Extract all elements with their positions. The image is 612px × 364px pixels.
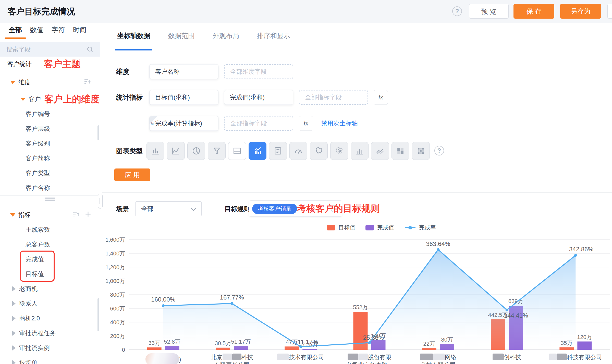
chart-type-pie-icon[interactable]: [187, 142, 205, 160]
sidebar-item-客户类型[interactable]: 客户类型: [0, 166, 100, 180]
chart-type-gauge-icon[interactable]: [289, 142, 307, 160]
config-tab-数据范围[interactable]: 数据范围: [167, 23, 196, 50]
caret-down-icon[interactable]: [10, 213, 15, 217]
sidebar-item-客户统计[interactable]: 客户统计客户主题: [0, 57, 100, 71]
scene-select[interactable]: 全部: [135, 201, 202, 216]
bar-value-label: 30.5万: [215, 340, 231, 346]
chart-type-bubble-map-icon[interactable]: [330, 142, 348, 160]
sidebar-item-老商机[interactable]: 老商机: [0, 281, 100, 296]
sidebar-item-目标值[interactable]: 目标值: [0, 267, 100, 281]
chart-type-table-icon[interactable]: [228, 142, 246, 160]
caret-right-icon[interactable]: [12, 345, 16, 350]
item-label: 客户简称: [26, 154, 50, 162]
chart-type-line-icon[interactable]: [167, 142, 185, 160]
dimension-placeholder-slot[interactable]: 全部维度字段: [224, 64, 293, 79]
metric-field-rate[interactable]: fx 完成率(计算指标): [149, 116, 218, 131]
item-label: 商机2.0: [19, 314, 40, 322]
chart-type-bar-icon[interactable]: [146, 142, 164, 160]
config-tab-排序和显示[interactable]: 排序和显示: [256, 23, 291, 50]
sidebar-tab-时间[interactable]: 时间: [69, 23, 90, 39]
caret-right-icon[interactable]: [12, 286, 16, 291]
sidebar-item-客户简称[interactable]: 客户简称: [0, 151, 100, 166]
completion-bar[interactable]: [577, 342, 592, 350]
sort-icon[interactable]: [72, 211, 80, 219]
sidebar-item-客户级别[interactable]: 客户级别: [0, 136, 100, 151]
tree-splitter[interactable]: [0, 195, 100, 204]
sidebar-item-审批流实例[interactable]: 审批流实例: [0, 341, 100, 355]
metric-placeholder-slot-2[interactable]: 全部指标字段: [224, 116, 293, 131]
caret-right-icon[interactable]: [12, 331, 16, 336]
dimension-field[interactable]: 客户名称: [149, 64, 218, 79]
bar-value-label: 35万: [561, 340, 572, 346]
chart-type-heatmap-icon[interactable]: [391, 142, 409, 160]
sidebar-tab-全部[interactable]: 全部: [5, 23, 26, 39]
search-placeholder: 搜索字段: [0, 45, 86, 54]
sidebar-item-退货单[interactable]: 退货单: [0, 355, 100, 364]
sidebar-item-主线索数[interactable]: 主线索数: [0, 222, 100, 237]
data-point[interactable]: [230, 302, 233, 305]
data-point[interactable]: [162, 304, 165, 307]
item-label: 退货单: [19, 359, 38, 364]
data-point[interactable]: [574, 254, 577, 257]
chart-type-multi-line-icon[interactable]: [371, 142, 389, 160]
scene-row: 场景 全部 目标规则 考核客户销量 + 考核客户的目标规则: [100, 200, 612, 218]
caret-right-icon[interactable]: [12, 316, 16, 321]
sidebar-item-完成值[interactable]: 完成值: [0, 252, 100, 267]
y-tick-label: 600万: [110, 305, 125, 312]
caret-down-icon[interactable]: [20, 98, 26, 101]
sidebar-item-联系人[interactable]: 联系人: [0, 296, 100, 311]
plus-icon[interactable]: [85, 211, 91, 219]
sidebar-item-商机2.0[interactable]: 商机2.0: [0, 311, 100, 326]
chart-type-map-icon[interactable]: [310, 142, 328, 160]
help-icon[interactable]: ?: [452, 6, 462, 16]
save-as-button[interactable]: 另存为: [560, 4, 601, 19]
sidebar-item-客户名称[interactable]: 客户名称: [0, 180, 100, 195]
sidebar-tab-数值[interactable]: 数值: [26, 23, 47, 39]
metric-rate-text: 完成率(计算指标): [155, 120, 202, 127]
metric-field-completion[interactable]: 完成值(求和): [224, 90, 293, 105]
sidebar-tab-字符[interactable]: 字符: [47, 23, 69, 39]
fx-button-2[interactable]: fx: [299, 116, 313, 131]
bar-value-label: 552万: [353, 304, 368, 310]
sidebar-item-客户编号[interactable]: 客户编号: [0, 107, 100, 121]
config-tab-坐标轴数据[interactable]: 坐标轴数据: [116, 23, 151, 50]
data-point[interactable]: [368, 341, 371, 344]
sidebar-item-客户层级[interactable]: 客户层级: [0, 121, 100, 136]
chevron-down-icon: [191, 208, 196, 211]
fx-button-1[interactable]: fx: [374, 90, 388, 105]
chart-type-report-icon[interactable]: [269, 142, 287, 160]
metric-field-target[interactable]: 目标值(求和): [149, 90, 218, 105]
sidebar-item-总客户数[interactable]: 总客户数: [0, 237, 100, 252]
preview-button[interactable]: 预 览: [469, 4, 509, 19]
chart-type-combo-icon[interactable]: [249, 142, 266, 160]
bar-value-label: 120万: [577, 334, 592, 340]
sidebar-item-指标[interactable]: 指标: [0, 207, 100, 222]
search-input[interactable]: 搜索字段: [0, 42, 100, 57]
sidebar-scrollbar-lower[interactable]: [97, 298, 99, 331]
sidebar-scrollbar-upper[interactable]: [97, 125, 99, 140]
panel-collapse-handle[interactable]: [98, 194, 103, 209]
apply-button[interactable]: 应 用: [114, 168, 150, 181]
target-bar[interactable]: [147, 347, 162, 350]
sort-icon[interactable]: [84, 78, 91, 86]
sidebar-item-维度[interactable]: 维度: [0, 75, 100, 90]
sidebar-item-审批流程任务[interactable]: 审批流程任务: [0, 326, 100, 341]
chart-type-histogram-icon[interactable]: [351, 142, 369, 160]
combo-chart: 1,600万1,400万1,200万1,000万800万600万400万200万…: [100, 222, 612, 364]
data-point[interactable]: [437, 248, 439, 251]
data-point[interactable]: [506, 309, 508, 311]
sidebar-item-客户[interactable]: 客户客户上的维度字段: [0, 92, 100, 107]
target-rule-tag[interactable]: 考核客户销量: [252, 204, 297, 214]
config-tab-外观布局[interactable]: 外观布局: [212, 23, 240, 50]
chart-type-funnel-icon[interactable]: [208, 142, 226, 160]
chart-type-help-icon[interactable]: ?: [434, 146, 444, 155]
clipped-edge-button[interactable]: [607, 4, 612, 19]
caret-down-icon[interactable]: [10, 81, 15, 84]
save-button[interactable]: 保 存: [513, 4, 554, 19]
metric-placeholder-slot-1[interactable]: 全部指标字段: [299, 90, 368, 105]
caret-right-icon[interactable]: [12, 301, 16, 306]
y-tick-label: 200万: [110, 333, 125, 339]
disable-secondary-axis-link[interactable]: 禁用次坐标轴: [321, 116, 358, 131]
caret-right-icon[interactable]: [12, 360, 16, 364]
chart-type-matrix-icon[interactable]: [412, 142, 430, 160]
